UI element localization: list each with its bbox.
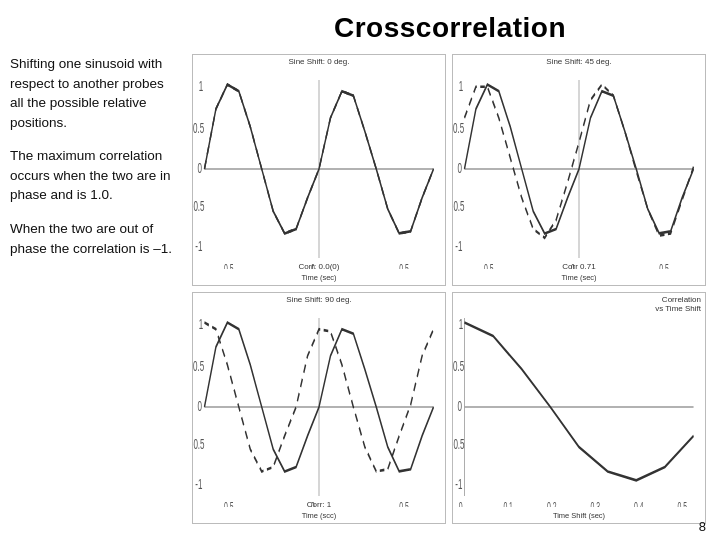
svg-text:0.5: 0.5	[659, 261, 669, 269]
svg-text:-1: -1	[455, 237, 462, 255]
svg-text:0.5: 0.5	[678, 499, 688, 507]
paragraph-2: The maximum correlation occurs when the …	[10, 146, 180, 205]
svg-text:-1: -1	[195, 475, 202, 493]
svg-text:0.5: 0.5	[399, 261, 409, 269]
svg-text:0: 0	[458, 398, 463, 416]
svg-text:0.2: 0.2	[547, 499, 557, 507]
svg-text:-0.5: -0.5	[222, 261, 234, 269]
svg-text:0.5: 0.5	[399, 499, 409, 507]
svg-text:0: 0	[458, 160, 463, 178]
graph-3-xlabel: Time (scc)	[302, 511, 337, 520]
svg-text:0.1: 0.1	[503, 499, 513, 507]
svg-text:-1: -1	[195, 237, 202, 255]
svg-text:-0.5: -0.5	[453, 435, 465, 453]
graph-2-xlabel: Time (sec)	[561, 273, 596, 282]
svg-text:1: 1	[199, 77, 204, 95]
svg-text:0.5: 0.5	[193, 120, 204, 138]
graph-2-title: Sine Shift: 45 deg.	[546, 57, 611, 66]
svg-text:1: 1	[459, 77, 464, 95]
svg-text:-1: -1	[455, 475, 462, 493]
svg-text:0.5: 0.5	[453, 358, 464, 376]
graph-3: Sine Shift: 90 deg. 1 0.5 0 -0.5 -1 -0.5…	[192, 292, 446, 524]
svg-text:-0.5: -0.5	[193, 435, 205, 453]
paragraph-1: Shifting one sinusoid with respect to an…	[10, 54, 180, 132]
graph-1-corr: Corr: 0.0(0)	[299, 262, 340, 271]
svg-text:0: 0	[198, 398, 203, 416]
svg-text:0.5: 0.5	[453, 120, 464, 138]
graph-1-xlabel: Time (sec)	[301, 273, 336, 282]
page-title: Crosscorrelation	[180, 0, 720, 44]
graph-2-corr: Corr 0.71	[562, 262, 595, 271]
svg-text:0.4: 0.4	[634, 499, 644, 507]
graphs-panel: Sine Shift: 0 deg. 1 0.5 0 -0.5 -1 -0.5 …	[188, 54, 710, 524]
svg-text:-0.5: -0.5	[222, 499, 234, 507]
graph-3-corr: Corr: 1	[307, 500, 331, 509]
svg-text:0.5: 0.5	[193, 358, 204, 376]
svg-text:-0.5: -0.5	[482, 261, 494, 269]
svg-text:-0.5: -0.5	[453, 197, 465, 215]
svg-text:1: 1	[199, 315, 204, 333]
svg-text:0: 0	[459, 499, 463, 507]
svg-text:-0.5: -0.5	[193, 197, 205, 215]
page-number: 8	[699, 519, 706, 534]
left-panel: Shifting one sinusoid with respect to an…	[10, 54, 188, 524]
graph-1: Sine Shift: 0 deg. 1 0.5 0 -0.5 -1 -0.5 …	[192, 54, 446, 286]
paragraph-3: When the two are out of phase the correl…	[10, 219, 180, 258]
graph-4-xlabel: Time Shift (sec)	[553, 511, 605, 520]
svg-text:1: 1	[459, 315, 464, 333]
graph-4: Correlationvs Time Shift 1 0.5 0 -0.5 -1…	[452, 292, 706, 524]
svg-text:0: 0	[198, 160, 203, 178]
graph-3-title: Sine Shift: 90 deg.	[286, 295, 351, 304]
graph-1-title: Sine Shift: 0 deg.	[289, 57, 350, 66]
svg-text:0.3: 0.3	[590, 499, 600, 507]
graph-2: Sine Shift: 45 deg. 1 0.5 0 -0.5 -1 -0.5…	[452, 54, 706, 286]
